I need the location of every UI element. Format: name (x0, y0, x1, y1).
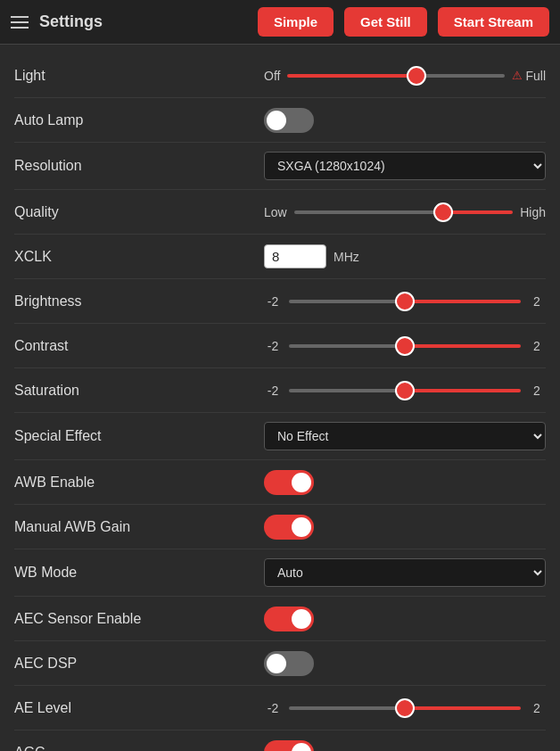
toggle-knob-aec-sensor-enable (292, 609, 311, 629)
control-auto-lamp (264, 108, 546, 133)
quality-slider[interactable] (294, 210, 514, 214)
control-xclk: MHz (264, 244, 546, 268)
ae-level-slider[interactable] (289, 706, 521, 710)
ae-level-min-label: -2 (264, 701, 282, 715)
toggle-auto-lamp[interactable] (264, 108, 314, 133)
simple-button[interactable]: Simple (258, 7, 334, 37)
header: Settings Simple Get Still Start Stream (0, 0, 560, 45)
label-wb-mode: WB Mode (14, 565, 264, 581)
row-wb-mode: WB ModeAutoSunnyCloudyOfficeHome (14, 549, 546, 597)
toggle-knob-aec-dsp (267, 654, 286, 673)
contrast-slider[interactable] (289, 344, 521, 348)
control-manual-awb-gain (264, 515, 546, 540)
get-still-button[interactable]: Get Still (344, 7, 427, 37)
label-resolution: Resolution (14, 158, 264, 174)
saturation-slider[interactable] (289, 389, 521, 392)
ae-level-slider-wrap: -22 (264, 701, 546, 715)
toggle-knob-manual-awb-gain (292, 517, 311, 537)
control-aec-sensor-enable (264, 607, 546, 631)
row-saturation: Saturation-22 (14, 368, 546, 413)
contrast-max-label: 2 (528, 339, 546, 353)
label-aec-dsp: AEC DSP (14, 656, 264, 672)
control-resolution: UXGA (1600x1200)SXGA (1280x1024)XGA (102… (264, 152, 546, 180)
brightness-min-label: -2 (264, 294, 282, 309)
label-manual-awb-gain: Manual AWB Gain (14, 519, 264, 535)
toggle-aec-dsp[interactable] (264, 651, 314, 676)
quality-slider-wrap: LowHigh (264, 205, 546, 219)
label-brightness: Brightness (14, 293, 264, 309)
label-agc: AGC (14, 745, 264, 751)
toggle-slider-aec-sensor-enable (264, 607, 314, 631)
contrast-slider-wrap: -22 (264, 339, 546, 353)
label-quality: Quality (14, 204, 264, 220)
row-special-effect: Special EffectNo EffectNegativeGrayscale… (14, 413, 546, 460)
select-special-effect[interactable]: No EffectNegativeGrayscaleRed TintGreen … (264, 422, 546, 450)
ae-level-max-label: 2 (528, 701, 546, 715)
row-awb-enable: AWB Enable (14, 460, 546, 505)
row-ae-level: AE Level-22 (14, 686, 546, 730)
row-contrast: Contrast-22 (14, 324, 546, 368)
page-title: Settings (39, 12, 247, 31)
label-ae-level: AE Level (14, 700, 264, 716)
label-aec-sensor-enable: AEC Sensor Enable (14, 611, 264, 627)
label-awb-enable: AWB Enable (14, 475, 264, 491)
hamburger-menu[interactable] (11, 16, 29, 29)
toggle-knob-agc (292, 743, 311, 751)
control-brightness: -22 (264, 294, 546, 309)
saturation-max-label: 2 (528, 384, 546, 398)
toggle-aec-sensor-enable[interactable] (264, 607, 314, 631)
toggle-slider-aec-dsp (264, 651, 314, 676)
row-agc: AGC (14, 730, 546, 751)
toggle-awb-enable[interactable] (264, 470, 314, 495)
row-quality: QualityLowHigh (14, 190, 546, 235)
light-full-label: ⚠Full (512, 69, 546, 83)
row-brightness: Brightness-22 (14, 279, 546, 324)
control-awb-enable (264, 470, 546, 495)
control-contrast: -22 (264, 339, 546, 353)
saturation-slider-wrap: -22 (264, 384, 546, 398)
label-contrast: Contrast (14, 338, 264, 354)
contrast-min-label: -2 (264, 339, 282, 353)
control-ae-level: -22 (264, 701, 546, 715)
toggle-agc[interactable] (264, 740, 314, 751)
row-resolution: ResolutionUXGA (1600x1200)SXGA (1280x102… (14, 143, 546, 190)
label-special-effect: Special Effect (14, 428, 264, 444)
xclk-input[interactable] (264, 244, 326, 268)
control-quality: LowHigh (264, 205, 546, 219)
brightness-slider[interactable] (289, 300, 521, 303)
xclk-unit: MHz (334, 250, 359, 264)
quality-low-label: Low (264, 205, 287, 219)
control-wb-mode: AutoSunnyCloudyOfficeHome (264, 558, 546, 587)
row-aec-sensor-enable: AEC Sensor Enable (14, 597, 546, 641)
select-wb-mode[interactable]: AutoSunnyCloudyOfficeHome (264, 558, 546, 587)
select-resolution[interactable]: UXGA (1600x1200)SXGA (1280x1024)XGA (102… (264, 152, 546, 180)
row-light: LightOff⚠Full (14, 54, 546, 98)
xclk-wrap: MHz (264, 244, 359, 268)
settings-content: LightOff⚠FullAuto LampResolutionUXGA (16… (0, 45, 560, 751)
light-off-label: Off (264, 69, 280, 83)
control-special-effect: No EffectNegativeGrayscaleRed TintGreen … (264, 422, 546, 450)
row-aec-dsp: AEC DSP (14, 641, 546, 686)
row-auto-lamp: Auto Lamp (14, 98, 546, 143)
label-xclk: XCLK (14, 249, 264, 265)
toggle-slider-agc (264, 740, 314, 751)
toggle-slider-awb-enable (264, 470, 314, 495)
row-manual-awb-gain: Manual AWB Gain (14, 505, 546, 549)
toggle-slider-auto-lamp (264, 108, 314, 133)
row-xclk: XCLKMHz (14, 235, 546, 279)
label-auto-lamp: Auto Lamp (14, 112, 264, 128)
toggle-knob-auto-lamp (267, 111, 286, 130)
label-light: Light (14, 68, 264, 84)
control-aec-dsp (264, 651, 546, 676)
control-light: Off⚠Full (264, 69, 546, 83)
toggle-manual-awb-gain[interactable] (264, 515, 314, 540)
start-stream-button[interactable]: Start Stream (438, 7, 549, 37)
label-saturation: Saturation (14, 383, 264, 399)
brightness-max-label: 2 (528, 294, 546, 309)
brightness-slider-wrap: -22 (264, 294, 546, 309)
saturation-min-label: -2 (264, 384, 282, 398)
control-saturation: -22 (264, 384, 546, 398)
toggle-slider-manual-awb-gain (264, 515, 314, 540)
light-slider[interactable] (287, 74, 505, 78)
quality-high-label: High (520, 205, 546, 219)
